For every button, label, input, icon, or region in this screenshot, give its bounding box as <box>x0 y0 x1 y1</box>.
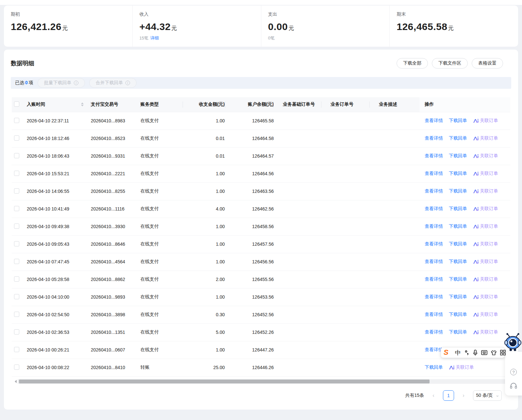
row-checkbox[interactable] <box>14 294 19 299</box>
cell-type: 在线支付 <box>140 253 183 271</box>
punctuation-icon[interactable] <box>464 350 469 356</box>
download-all-button[interactable]: 下载全部 <box>397 58 428 69</box>
related-order-link[interactable]: 关联订单 <box>473 224 498 229</box>
row-checkbox[interactable] <box>14 276 19 282</box>
cell-base-order <box>274 165 321 182</box>
related-order-link[interactable]: 关联订单 <box>473 188 498 194</box>
view-details-link[interactable]: 查看详情 <box>425 171 443 177</box>
row-checkbox[interactable] <box>14 224 19 229</box>
row-checkbox[interactable] <box>14 347 19 352</box>
cell-balance: 126458.56 <box>225 218 274 235</box>
select-all-checkbox[interactable] <box>14 101 19 107</box>
assistant-robot-icon[interactable] <box>504 333 522 353</box>
related-order-link[interactable]: 关联订单 <box>473 259 498 265</box>
ai-icon <box>473 330 479 334</box>
keyboard-icon[interactable] <box>481 350 487 355</box>
view-details-link[interactable]: 查看详情 <box>425 259 443 265</box>
row-checkbox[interactable] <box>14 135 19 141</box>
ai-icon <box>473 242 479 246</box>
view-details-link[interactable]: 查看详情 <box>425 153 443 159</box>
prev-page-icon[interactable]: ‹ <box>431 393 436 398</box>
ai-icon <box>473 207 479 211</box>
download-receipt-link[interactable]: 下载回单 <box>449 276 467 282</box>
table-settings-button[interactable]: 表格设置 <box>472 58 503 69</box>
batch-download-receipt-button[interactable]: 批量下载回单i <box>38 78 85 88</box>
cell-base-order <box>274 182 321 200</box>
scrollbar-track[interactable] <box>18 379 506 384</box>
row-checkbox[interactable] <box>14 329 19 334</box>
download-receipt-link[interactable]: 下载回单 <box>449 241 467 247</box>
row-checkbox-cell <box>12 147 27 165</box>
table-row: 2026-04-10 00:26:21 20260410...0607 在线支付… <box>12 341 510 359</box>
related-order-link[interactable]: 关联订单 <box>473 329 498 335</box>
row-checkbox[interactable] <box>14 153 19 158</box>
download-receipt-link[interactable]: 下载回单 <box>425 365 443 370</box>
download-receipt-link[interactable]: 下载回单 <box>449 118 467 124</box>
related-order-link[interactable]: 关联订单 <box>473 312 498 318</box>
col-header-amount: 收支金额(元) <box>183 97 225 112</box>
row-checkbox[interactable] <box>14 365 19 370</box>
view-details-link[interactable]: 查看详情 <box>425 276 443 282</box>
skin-tshirt-icon[interactable] <box>491 350 497 355</box>
sogou-logo-icon[interactable]: S <box>444 349 449 356</box>
related-order-link[interactable]: 关联订单 <box>473 153 498 159</box>
grid-apps-icon[interactable] <box>500 350 506 355</box>
headset-icon[interactable] <box>510 382 517 390</box>
view-details-link[interactable]: 查看详情 <box>425 224 443 229</box>
help-icon[interactable]: ? <box>510 369 517 375</box>
page-number-button[interactable]: 1 <box>443 390 454 401</box>
scroll-left-arrow-icon[interactable] <box>14 379 18 384</box>
income-detail-link[interactable]: 详细 <box>150 36 159 40</box>
related-order-link[interactable]: 关联订单 <box>473 276 498 282</box>
download-receipt-link[interactable]: 下载回单 <box>449 153 467 159</box>
row-checkbox[interactable] <box>14 118 19 123</box>
cell-base-order <box>274 288 321 306</box>
download-receipt-link[interactable]: 下载回单 <box>449 171 467 177</box>
download-receipt-link[interactable]: 下载回单 <box>449 135 467 141</box>
cell-desc <box>370 253 419 271</box>
related-order-link[interactable]: 关联订单 <box>473 241 498 247</box>
row-checkbox[interactable] <box>14 259 19 264</box>
download-receipt-link[interactable]: 下载回单 <box>449 259 467 265</box>
related-order-link[interactable]: 关联订单 <box>473 171 498 177</box>
next-page-icon[interactable]: › <box>461 393 466 398</box>
related-order-link[interactable]: 关联订单 <box>473 294 498 300</box>
download-receipt-link[interactable]: 下载回单 <box>449 188 467 194</box>
row-checkbox[interactable] <box>14 188 19 194</box>
row-checkbox-cell <box>12 112 27 130</box>
cell-actions: 查看详情下载回单关联订单 <box>419 271 510 288</box>
horizontal-scrollbar[interactable] <box>14 379 510 384</box>
related-order-link[interactable]: 关联订单 <box>473 118 498 124</box>
row-checkbox[interactable] <box>14 206 19 211</box>
row-checkbox[interactable] <box>14 312 19 317</box>
view-details-link[interactable]: 查看详情 <box>425 294 443 300</box>
cell-type: 在线支付 <box>140 271 183 288</box>
download-receipt-link[interactable]: 下载回单 <box>449 329 467 335</box>
row-checkbox[interactable] <box>14 171 19 176</box>
row-checkbox[interactable] <box>14 241 19 246</box>
download-receipt-link[interactable]: 下载回单 <box>449 312 467 318</box>
download-receipt-link[interactable]: 下载回单 <box>449 224 467 229</box>
ai-icon <box>449 366 454 370</box>
chinese-mode-icon[interactable]: 中 <box>455 349 461 357</box>
view-details-link[interactable]: 查看详情 <box>425 206 443 212</box>
page-size-select[interactable]: 50 条/页⌄ <box>473 390 502 401</box>
view-details-link[interactable]: 查看详情 <box>425 329 443 335</box>
view-details-link[interactable]: 查看详情 <box>425 188 443 194</box>
download-filezone-button[interactable]: 下载文件区 <box>432 58 468 69</box>
sort-icon[interactable] <box>81 102 84 106</box>
download-receipt-link[interactable]: 下载回单 <box>449 206 467 212</box>
view-details-link[interactable]: 查看详情 <box>425 135 443 141</box>
related-order-link[interactable]: 关联订单 <box>473 206 498 212</box>
view-details-link[interactable]: 查看详情 <box>425 347 443 353</box>
view-details-link[interactable]: 查看详情 <box>425 118 443 124</box>
mic-icon[interactable] <box>473 350 478 356</box>
related-order-link[interactable]: 关联订单 <box>449 365 474 370</box>
merge-download-receipt-button[interactable]: 合并下载回单i <box>89 78 137 88</box>
view-details-link[interactable]: 查看详情 <box>425 312 443 318</box>
download-receipt-link[interactable]: 下载回单 <box>449 294 467 300</box>
view-details-link[interactable]: 查看详情 <box>425 241 443 247</box>
table-row: 2026-04-10 15:53:21 20260410...2221 在线支付… <box>12 165 510 182</box>
related-order-link[interactable]: 关联订单 <box>473 135 498 141</box>
scrollbar-thumb[interactable] <box>19 380 430 383</box>
